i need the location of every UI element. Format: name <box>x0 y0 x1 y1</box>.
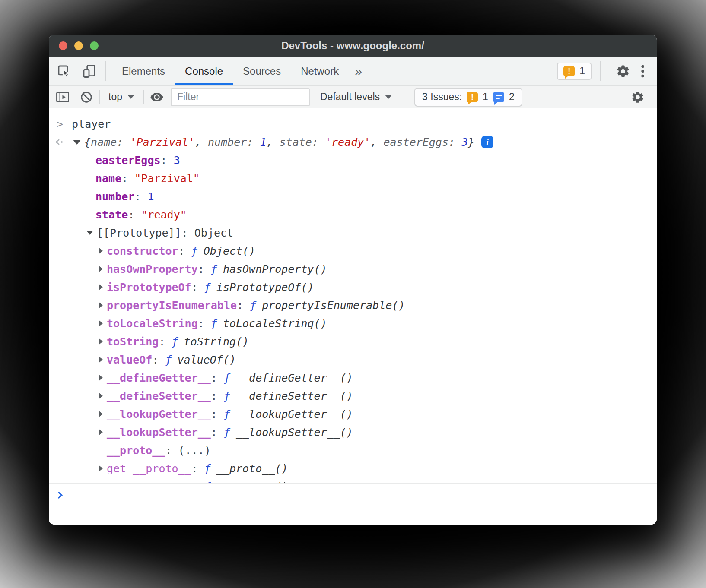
expand-triangle-icon[interactable] <box>99 338 103 345</box>
expand-triangle-icon[interactable] <box>99 284 103 291</box>
method-name: valueOf <box>107 354 152 366</box>
prototype-value: Object <box>194 227 233 239</box>
method-name: constructor <box>107 245 178 257</box>
tab-network[interactable]: Network <box>291 57 349 85</box>
prototype-method-row: isPrototypeOf: ƒisPrototypeOf() <box>49 278 657 296</box>
preview-key: name: <box>91 136 130 149</box>
live-expression-eye-icon[interactable] <box>150 92 164 103</box>
tab-sources[interactable]: Sources <box>233 57 291 85</box>
method-name: __defineGetter__ <box>107 372 211 384</box>
prototype-method-row: __lookupSetter__: ƒ__lookupSetter__() <box>49 423 657 441</box>
minimize-button[interactable] <box>74 41 83 50</box>
prototype-method-row: hasOwnProperty: ƒhasOwnProperty() <box>49 260 657 278</box>
prototype-method-row: __defineSetter__: ƒ__defineSetter__() <box>49 387 657 405</box>
expand-triangle-icon[interactable] <box>99 392 103 399</box>
method-name: __lookupSetter__ <box>107 426 211 439</box>
property-value: "ready" <box>141 209 186 221</box>
preview-punct: } <box>468 136 474 149</box>
chevron-down-icon <box>385 95 392 99</box>
console-prompt[interactable] <box>49 483 657 525</box>
tab-console[interactable]: Console <box>175 57 233 85</box>
method-name: isPrototypeOf <box>107 281 191 294</box>
method-name: __defineSetter__ <box>107 390 211 402</box>
preview-punct: , <box>195 136 208 149</box>
console-sidebar-icon[interactable] <box>56 92 70 103</box>
console-settings-gear-icon[interactable] <box>631 90 645 104</box>
console-command-row: > player <box>49 115 657 133</box>
expand-triangle-icon[interactable] <box>99 411 103 417</box>
expand-triangle-icon[interactable] <box>99 356 103 363</box>
method-name: toLocaleString <box>107 317 198 330</box>
function-signature: propertyIsEnumerable() <box>262 299 405 312</box>
collapse-triangle-icon[interactable] <box>73 140 81 145</box>
property-value: 1 <box>147 190 154 203</box>
property-value[interactable]: (...) <box>178 444 211 457</box>
expand-triangle-icon[interactable] <box>99 429 103 436</box>
preview-punct: , <box>370 136 383 149</box>
issues-message-icon <box>493 92 504 102</box>
expand-triangle-icon[interactable] <box>99 302 103 309</box>
function-symbol: ƒ <box>224 372 230 384</box>
object-property-row: name: "Parzival" <box>49 169 657 187</box>
issues-warning-icon: ! <box>467 92 478 102</box>
preview-punct: , <box>266 136 279 149</box>
prototype-method-row: __lookupGetter__: ƒ__lookupGetter__() <box>49 405 657 423</box>
object-preview: { <box>84 136 91 149</box>
collapse-triangle-icon[interactable] <box>86 231 93 235</box>
info-icon[interactable]: i <box>481 136 493 148</box>
prototype-label: [[Prototype]] <box>97 227 181 239</box>
overflow-menu-icon[interactable] <box>641 64 645 78</box>
function-symbol: ƒ <box>224 408 230 420</box>
issues-counter[interactable]: 3 Issues: ! 1 2 <box>414 88 522 107</box>
command-chevron-icon: > <box>57 118 63 130</box>
prototype-method-row: __defineGetter__: ƒ__defineGetter__() <box>49 369 657 387</box>
property-name: __proto__ <box>107 444 165 457</box>
expand-triangle-icon[interactable] <box>99 266 103 272</box>
expand-triangle-icon[interactable] <box>99 247 103 254</box>
preview-string-value: 'ready' <box>325 136 370 149</box>
tab-label: Console <box>185 65 223 77</box>
proto-property-row: __proto__: (...) <box>49 441 657 459</box>
expand-triangle-icon[interactable] <box>99 465 103 472</box>
zoom-button[interactable] <box>90 41 99 50</box>
console-toolbar: top Default levels 3 Issues: ! 1 <box>49 86 657 108</box>
preview-string-value: 'Parzival' <box>130 136 195 149</box>
function-symbol: ƒ <box>250 299 256 312</box>
object-property-row: easterEggs: 3 <box>49 151 657 169</box>
divider <box>99 90 100 104</box>
settings-gear-icon[interactable] <box>616 64 630 79</box>
function-signature: __defineGetter__() <box>236 372 353 384</box>
context-selector[interactable]: top <box>106 91 137 103</box>
function-signature: valueOf() <box>178 354 236 366</box>
function-symbol: ƒ <box>204 281 211 294</box>
function-symbol: ƒ <box>165 354 172 366</box>
error-count: 1 <box>579 65 585 77</box>
function-symbol: ƒ <box>224 390 230 402</box>
issues-warning-count: 1 <box>483 91 488 103</box>
more-tabs-icon[interactable]: » <box>349 57 368 85</box>
devtools-tabbar: Elements Console Sources Network » ! <box>49 57 657 86</box>
log-levels-dropdown[interactable]: Default levels <box>318 91 394 103</box>
expand-triangle-icon[interactable] <box>99 320 103 327</box>
active-tab-underline <box>175 83 233 85</box>
issues-message-count: 2 <box>509 91 515 103</box>
expand-triangle-icon[interactable] <box>99 374 103 381</box>
object-property-row: number: 1 <box>49 187 657 205</box>
close-button[interactable] <box>59 41 67 50</box>
property-name: easterEggs <box>95 154 161 167</box>
filter-input[interactable] <box>171 88 310 106</box>
inspect-element-icon[interactable] <box>57 64 71 79</box>
function-symbol: ƒ <box>211 263 217 275</box>
titlebar: DevTools - www.google.com/ <box>49 35 657 57</box>
function-signature: hasOwnProperty() <box>223 263 327 275</box>
function-symbol: ƒ <box>211 317 217 330</box>
tab-elements[interactable]: Elements <box>112 57 175 85</box>
screenshot-stage: DevTools - www.google.com/ <box>0 0 706 588</box>
prototype-method-row: constructor: ƒObject() <box>49 242 657 260</box>
console-messages: > player {name: 'Parzival', number: 1, s… <box>49 108 657 483</box>
error-badge[interactable]: ! 1 <box>557 63 592 80</box>
function-symbol: ƒ <box>191 245 198 257</box>
prototype-method-row: propertyIsEnumerable: ƒpropertyIsEnumera… <box>49 296 657 314</box>
clear-console-icon[interactable] <box>80 91 93 104</box>
device-toolbar-icon[interactable] <box>82 64 96 79</box>
